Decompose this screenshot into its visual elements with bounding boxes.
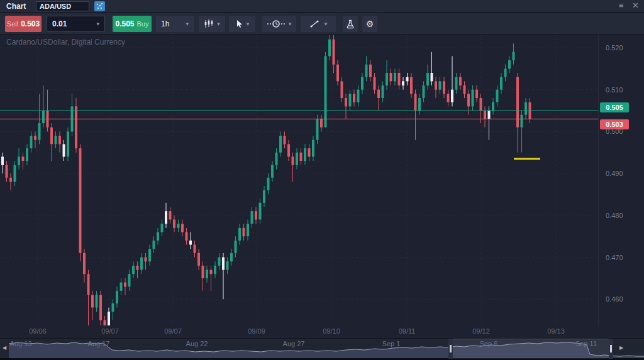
price-axis[interactable]: 0.5200.5100.5000.4900.4800.4700.4600.505… — [598, 35, 644, 325]
candle — [247, 219, 249, 240]
drawing-tool-button[interactable]: ▾ — [301, 16, 336, 32]
candle — [447, 90, 450, 107]
candle — [96, 291, 98, 312]
candle — [443, 77, 445, 98]
candle — [71, 94, 74, 136]
candle — [58, 131, 61, 152]
candle — [157, 228, 159, 245]
candle — [34, 131, 36, 148]
candle — [365, 56, 368, 81]
navigator-date-label: Aug 22 — [178, 340, 216, 347]
candle — [222, 253, 225, 299]
compare-instruments-button[interactable] — [94, 1, 105, 11]
candle — [173, 215, 175, 232]
candle — [83, 249, 86, 282]
candle — [455, 73, 458, 94]
clock-icon — [267, 19, 285, 28]
candle — [414, 90, 417, 140]
candle — [279, 131, 282, 156]
chart-type-button[interactable]: ▾ — [199, 16, 225, 32]
candlestick-icon — [204, 19, 214, 28]
price-tick-label: 0.480 — [606, 212, 643, 219]
scroll-left-arrow-icon[interactable]: ◀ — [3, 345, 6, 351]
navigator-right-handle[interactable] — [609, 339, 613, 359]
navigator-left-handle[interactable] — [448, 339, 453, 359]
candle — [22, 153, 25, 170]
candle — [472, 85, 474, 111]
candle — [492, 98, 494, 115]
navigator-date-label: Aug 13 — [2, 340, 40, 347]
trend-line-icon — [309, 19, 319, 28]
time-tick-label: 09/07 — [94, 327, 126, 335]
chevron-down-icon: ▾ — [247, 21, 250, 27]
title-bar: Chart ≡ ✕ — [0, 0, 644, 13]
navigator-date-label: Sep 6 — [470, 340, 508, 347]
candle — [386, 60, 388, 90]
candle — [251, 207, 253, 227]
candle — [128, 270, 131, 291]
candle — [1, 153, 4, 173]
cursor-tool-button[interactable]: ▾ — [229, 16, 255, 32]
candle — [488, 106, 491, 139]
settings-button[interactable]: ⚙ — [362, 16, 377, 32]
timeframe-value: 1h — [161, 19, 186, 28]
quantity-value: 0.01 — [52, 19, 96, 28]
candle — [177, 219, 180, 232]
candle — [496, 85, 499, 106]
candle — [206, 266, 208, 283]
candle — [116, 286, 118, 307]
candle — [459, 73, 462, 90]
candle — [230, 249, 233, 266]
candle — [124, 278, 126, 295]
candle — [9, 173, 12, 190]
candle — [214, 261, 216, 278]
candle — [464, 81, 466, 98]
time-interval-tool-button[interactable]: ▾ — [262, 16, 296, 32]
quantity-select[interactable]: 0.01 ▾ — [47, 16, 105, 32]
candle — [202, 261, 204, 291]
candle — [336, 60, 339, 85]
candle — [63, 140, 65, 161]
candle — [525, 98, 527, 119]
candle — [79, 144, 82, 261]
candle — [255, 207, 257, 224]
candle — [42, 85, 45, 128]
navigator-date-label: Aug 27 — [275, 340, 313, 347]
chevron-down-icon: ▾ — [96, 21, 99, 27]
menu-icon[interactable]: ≡ — [619, 1, 624, 10]
candle — [271, 161, 274, 182]
indicators-button[interactable] — [343, 16, 358, 32]
chart-canvas[interactable] — [0, 35, 598, 325]
toolbar: Sell 0.503 0.01 ▾ 0.505 Buy 1h ▾ ▾ — [0, 13, 644, 35]
scroll-right-arrow-icon[interactable]: ▶ — [619, 345, 623, 351]
candle — [55, 131, 57, 148]
candle — [87, 270, 90, 325]
candle — [120, 278, 123, 295]
time-tick-label: 09/10 — [316, 327, 347, 335]
candle — [132, 261, 135, 278]
symbol-input[interactable] — [36, 1, 89, 11]
time-tick-label: 09/06 — [22, 327, 53, 335]
close-icon[interactable]: ✕ — [632, 1, 639, 10]
navigator-scrollbar[interactable]: ◀ ▶ Aug 13Aug 17Aug 22Aug 27Sep 1Sep 6Se… — [0, 338, 644, 358]
candle — [308, 144, 311, 161]
candle — [341, 77, 343, 102]
candle — [333, 35, 335, 73]
candle — [210, 266, 213, 291]
timeframe-select[interactable]: 1h ▾ — [156, 16, 194, 32]
gear-icon: ⚙ — [366, 19, 374, 29]
candle — [467, 90, 470, 115]
buy-price-badge: 0.505 — [600, 102, 629, 112]
chevron-down-icon: ▾ — [217, 21, 220, 27]
buy-label: Buy — [137, 20, 149, 28]
candle — [423, 81, 425, 102]
candle — [189, 232, 192, 249]
candle — [398, 68, 401, 89]
buy-button[interactable]: 0.505 Buy — [113, 16, 152, 32]
window-title: Chart — [6, 2, 26, 11]
candle — [275, 148, 278, 169]
time-axis[interactable]: 09/0609/0709/0709/0909/1009/1109/1209/13 — [0, 325, 644, 338]
candle — [451, 56, 453, 106]
sell-button[interactable]: Sell 0.503 — [5, 16, 42, 32]
price-tick-label: 0.490 — [606, 170, 643, 177]
